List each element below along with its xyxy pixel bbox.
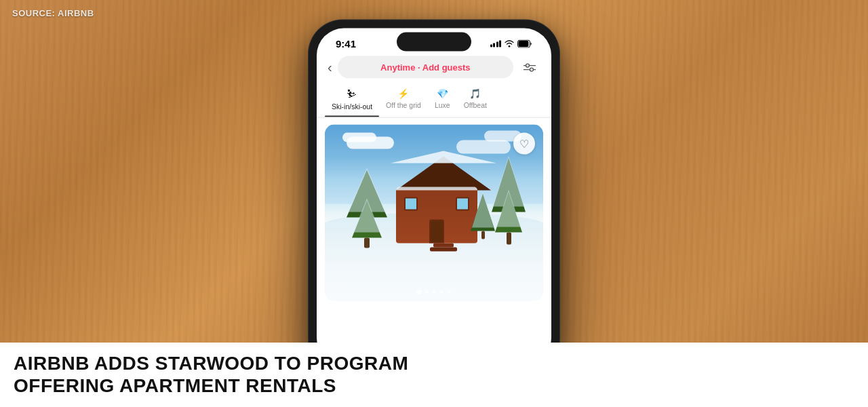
news-banner-title-line2: OFFERING APARTMENT RENTALS <box>14 374 854 398</box>
search-bar-text: Anytime · Add guests <box>380 62 470 73</box>
svg-rect-1 <box>519 41 529 47</box>
tab-off-the-grid[interactable]: ⚡ Off the grid <box>379 84 428 117</box>
separator: · <box>418 62 422 73</box>
source-label: SOURCE: AIRBNB <box>12 8 94 18</box>
dot-2 <box>425 290 429 294</box>
tab-ski-label: Ski-in/ski-out <box>332 102 372 111</box>
dot-4 <box>439 290 443 294</box>
svg-point-2 <box>526 64 530 67</box>
listing-image[interactable]: ♡ <box>325 125 543 301</box>
phone-screen: 9:41 <box>317 28 551 365</box>
ski-icon: ⛷ <box>347 88 357 100</box>
search-bar[interactable]: Anytime · Add guests <box>338 56 513 79</box>
search-area: ‹ Anytime · Add guests <box>317 52 551 84</box>
tree-right-2 <box>471 194 495 239</box>
status-time: 9:41 <box>336 38 356 50</box>
tree-right-1 <box>492 157 526 244</box>
tab-ski-in-ski-out[interactable]: ⛷ Ski-in/ski-out <box>325 84 379 117</box>
phone-shell: 9:41 <box>309 20 559 373</box>
dynamic-island <box>397 33 471 52</box>
category-tabs: ⛷ Ski-in/ski-out ⚡ Off the grid 💎 Luxe 🎵… <box>317 84 551 118</box>
dot-5 <box>447 290 451 294</box>
offbeat-icon: 🎵 <box>469 88 481 99</box>
wifi-icon <box>505 40 514 47</box>
news-banner: AIRBNB ADDS STARWOOD TO PROGRAM OFFERING… <box>0 343 868 407</box>
heart-icon: ♡ <box>519 137 529 150</box>
cloud-2 <box>342 132 376 142</box>
phone-container: 9:41 <box>309 20 559 373</box>
dot-3 <box>432 290 436 294</box>
tab-luxe[interactable]: 💎 Luxe <box>428 84 457 117</box>
status-icons <box>490 39 533 47</box>
listing-photo <box>325 125 543 301</box>
tab-offbeat[interactable]: 🎵 Offbeat <box>457 84 494 117</box>
tab-offgrid-label: Off the grid <box>386 101 421 109</box>
image-dots <box>417 290 451 294</box>
wishlist-button[interactable]: ♡ <box>513 133 535 155</box>
luxe-icon: 💎 <box>437 88 448 99</box>
dot-1 <box>417 290 421 294</box>
battery-icon <box>517 39 532 47</box>
anytime-label: Anytime <box>380 62 415 73</box>
tree-left <box>347 170 387 248</box>
back-button[interactable]: ‹ <box>328 60 332 75</box>
off-grid-icon: ⚡ <box>397 88 409 99</box>
svg-point-3 <box>530 68 534 71</box>
add-guests-label: Add guests <box>422 62 471 73</box>
tab-offbeat-label: Offbeat <box>464 101 487 109</box>
signal-bars-icon <box>490 40 502 47</box>
news-banner-title-line1: AIRBNB ADDS STARWOOD TO PROGRAM <box>14 352 854 375</box>
tab-luxe-label: Luxe <box>435 101 450 109</box>
filter-button[interactable] <box>519 56 540 78</box>
